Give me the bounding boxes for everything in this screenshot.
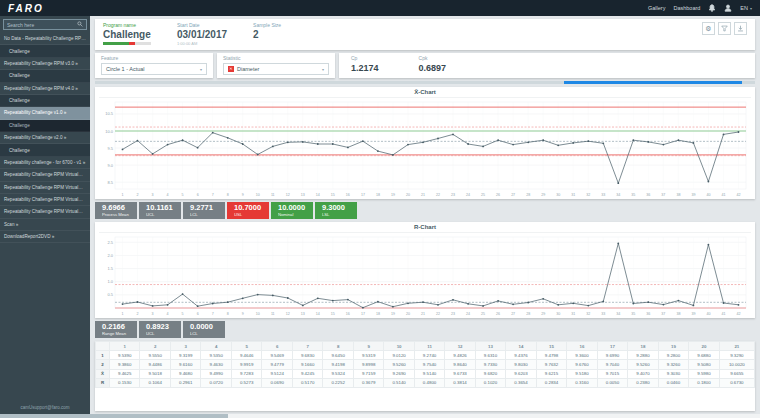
table-cell: 0.5140	[384, 378, 414, 387]
svg-text:27: 27	[511, 193, 515, 197]
stat-tile-range-mean: 0.2166Range Mean	[95, 321, 137, 338]
chart-pan-scrollbar[interactable]	[95, 81, 755, 84]
svg-text:9: 9	[242, 312, 244, 316]
table-cell: 9.5260	[628, 360, 658, 369]
nav-gallery[interactable]: Gallery	[648, 5, 665, 11]
sidebar-item[interactable]: Challenge	[0, 95, 90, 107]
svg-text:6: 6	[197, 312, 199, 316]
svg-text:31: 31	[571, 193, 575, 197]
statistic-dropdown[interactable]: ✕ Diameter ▾	[223, 63, 329, 75]
settings-button[interactable]: ⚙	[702, 22, 715, 35]
svg-text:21: 21	[421, 312, 425, 316]
svg-text:19: 19	[391, 193, 395, 197]
svg-text:12: 12	[286, 193, 290, 197]
table-cell: 9.6830	[292, 351, 322, 360]
statistic-value: Diameter	[237, 66, 319, 72]
horizontal-scrollbar-thumb[interactable]	[0, 414, 228, 418]
table-cell: 0.0050	[597, 378, 627, 387]
table-cell: 9.4990	[201, 369, 231, 378]
svg-text:2: 2	[137, 312, 139, 316]
stat-tile-ucl: 0.8923UCL	[139, 321, 181, 338]
table-col-header: 13	[475, 342, 505, 351]
language-selector[interactable]: EN ▾	[740, 5, 752, 11]
svg-text:35: 35	[631, 193, 635, 197]
xbar-chart-card: X̄-Chart 8.59.09.510.010.512345678910111…	[95, 87, 755, 199]
sidebar-item[interactable]: Repeatability Challenge RPM v3.0 »	[0, 58, 90, 70]
export-button[interactable]	[734, 22, 747, 35]
sidebar-item[interactable]: Challenge	[0, 70, 90, 82]
sidebar-item[interactable]: Repeatability Challenge RPM VirtualDevi.…	[0, 169, 90, 181]
chart-pan-thumb[interactable]	[564, 81, 742, 84]
svg-text:3: 3	[152, 193, 154, 197]
sidebar-item[interactable]: Scan »	[0, 219, 90, 231]
svg-text:7: 7	[212, 312, 214, 316]
table-cell: 9.3290	[719, 351, 754, 360]
table-cell: 9.5324	[323, 369, 353, 378]
svg-text:27: 27	[511, 312, 515, 316]
stat-tile-process-mean: 9.6966Process Mean	[95, 202, 137, 219]
sidebar-item[interactable]: Repeatability challenge - for 6700 - v1 …	[0, 157, 90, 169]
table-row: 29.38609.44869.61609.46309.99199.47799.1…	[96, 360, 755, 369]
table-col-header: 6	[262, 342, 292, 351]
table-cell: 9.6990	[597, 351, 627, 360]
start-time-value: 1:00:00 AM	[177, 41, 227, 46]
statistic-label: Statistic	[223, 55, 329, 61]
svg-text:10: 10	[256, 312, 260, 316]
gear-icon: ⚙	[705, 25, 711, 33]
svg-text:25: 25	[481, 193, 485, 197]
sidebar-item[interactable]: Challenge	[0, 45, 90, 57]
svg-text:25: 25	[481, 312, 485, 316]
svg-text:38: 38	[676, 312, 680, 316]
cpk-value: 0.6897	[419, 63, 447, 73]
svg-text:18: 18	[376, 312, 380, 316]
program-header: Program name Challenge Start Date 03/01/…	[95, 19, 755, 50]
table-cell: 9.5390	[110, 351, 140, 360]
search-icon[interactable]	[77, 21, 83, 28]
svg-text:31: 31	[571, 312, 575, 316]
sidebar-item[interactable]: Repeatability Challenge RPM v4.0 »	[0, 83, 90, 95]
sidebar-item[interactable]: Challenge	[0, 144, 90, 156]
svg-text:10.0: 10.0	[105, 129, 114, 134]
table-col-header: 15	[536, 342, 566, 351]
sidebar-item[interactable]: Repeatability Challenge RPM VirtualDevi.…	[0, 206, 90, 218]
stat-tile-lsl: 9.3000LSL	[315, 202, 357, 219]
horizontal-scrollbar[interactable]	[0, 414, 760, 418]
topbar-actions: Gallery Dashboard EN ▾	[648, 4, 752, 12]
sample-size-value: 2	[253, 29, 281, 40]
table-cell: 9.4779	[262, 360, 292, 369]
table-corner	[96, 342, 110, 351]
sample-size-label: Sample Size	[253, 22, 281, 28]
svg-text:32: 32	[586, 193, 590, 197]
sidebar: No Data - Repeatability Challenge RPM »C…	[0, 16, 90, 414]
bell-icon[interactable]	[708, 4, 716, 12]
table-cell: 0.5273	[231, 378, 261, 387]
sidebar-item[interactable]: Repeatability Challenge RPM VirtualDevi.…	[0, 182, 90, 194]
svg-text:33: 33	[601, 193, 605, 197]
feature-dropdown[interactable]: Circle 1 - Actual ▾	[101, 63, 207, 75]
table-cell: 9.5180	[567, 369, 597, 378]
table-cell: 0.1800	[689, 378, 719, 387]
table-cell: 9.6880	[689, 351, 719, 360]
table-col-header: 10	[384, 342, 414, 351]
feature-label: Feature	[101, 55, 207, 61]
search-box[interactable]	[3, 19, 87, 30]
sidebar-item[interactable]: No Data - Repeatability Challenge RPM »	[0, 33, 90, 45]
search-input[interactable]	[7, 22, 77, 28]
svg-text:40: 40	[706, 312, 710, 316]
table-cell: 9.6310	[475, 351, 505, 360]
svg-text:29: 29	[541, 312, 545, 316]
sidebar-item[interactable]: Challenge	[0, 120, 90, 132]
table-cell: 9.2740	[414, 351, 444, 360]
table-cell: 0.4800	[414, 378, 444, 387]
sidebar-item[interactable]: Repeatability Challenge RPM VirtualDevi.…	[0, 194, 90, 206]
sidebar-item[interactable]: Repeatability Challenge v2.0 »	[0, 132, 90, 144]
sidebar-item[interactable]: DownloadReport2DVD »	[0, 231, 90, 243]
table-cell: 9.6760	[567, 360, 597, 369]
table-col-header: 14	[506, 342, 536, 351]
sidebar-item[interactable]: Repeatability Challenge v1.0 »	[0, 107, 90, 119]
table-cell: 9.4826	[445, 351, 475, 360]
nav-dashboard[interactable]: Dashboard	[673, 5, 700, 11]
table-cell: 0.0690	[262, 378, 292, 387]
filter-button[interactable]	[718, 22, 731, 35]
user-icon[interactable]	[724, 4, 732, 12]
